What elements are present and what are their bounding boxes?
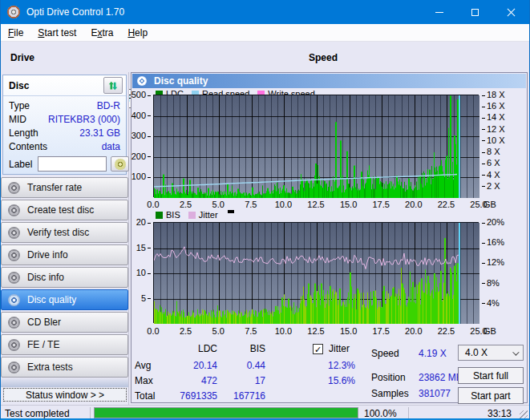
disc-type-label: Type (9, 100, 30, 111)
sidebar-item-disc-quality[interactable]: Disc quality (1, 289, 128, 310)
disc-mid-value: RITEKBR3 (000) (48, 114, 120, 125)
disc-icon (8, 294, 20, 306)
test-speed-select[interactable]: 4.0 X (458, 345, 524, 361)
statusbar: Test completed 100.0% 33:13 (1, 405, 529, 420)
axis-tick-label: 14 X (482, 112, 505, 122)
axis-tick-label: 4 X (482, 170, 500, 180)
axis-tick-label: 12.5 (307, 326, 324, 336)
app-window: Opti Drive Control 1.70 File Start test … (0, 0, 530, 420)
disc-refresh-button[interactable] (103, 77, 123, 94)
jitter-checkbox[interactable] (313, 344, 323, 354)
disc-length-value: 23.31 GB (79, 127, 120, 139)
sidebar-item-drive-info[interactable]: Drive info (1, 244, 128, 265)
statusbar-separator (408, 407, 409, 419)
chart1-right-axis: 18 X16 X14 X12 X10 X8 X6 X4 X2 X (482, 95, 527, 197)
total-bis-value: 167716 (225, 390, 265, 402)
sidebar-item-label: Verify test disc (27, 227, 89, 238)
axis-tick-label: 400 (131, 111, 151, 120)
close-button[interactable] (493, 0, 529, 24)
sidebar-item-label: Drive info (27, 249, 68, 260)
panel-header: Disc quality (132, 74, 526, 88)
sidebar-item-fe-te[interactable]: FE / TE (1, 334, 128, 355)
menu-file[interactable]: File (1, 25, 30, 41)
sidebar-item-verify-test-disc[interactable]: Verify test disc (1, 222, 128, 243)
axis-tick-label: 17.5 (372, 200, 389, 209)
sidebar-item-create-test-disc[interactable]: Create test disc (1, 200, 128, 220)
disc-icon (8, 249, 20, 261)
disc-label-button[interactable] (111, 156, 129, 172)
axis-tick-label: 18 X (482, 90, 505, 99)
avg-jitter-value: 12.3% (289, 360, 355, 371)
menubar: File Start test Extra Help (1, 24, 529, 42)
max-jitter-value: 15.6% (289, 375, 355, 386)
close-icon (507, 8, 516, 17)
disc-panel-header: Disc (3, 75, 126, 96)
disc-info-row: MID RITEKBR3 (000) (9, 114, 120, 127)
start-full-button[interactable]: Start full (458, 367, 524, 384)
samples-stat-value: 381077 (419, 388, 451, 399)
test-speed-value: 4.0 X (465, 347, 488, 358)
status-window-button[interactable]: Status window > > (3, 388, 127, 402)
chart1-left-axis: 500400300200100 (131, 95, 152, 197)
sidebar-item-disc-info[interactable]: Disc info (1, 267, 128, 288)
axis-tick-label: 200 (131, 151, 151, 161)
axis-tick-label: 2.5 (180, 326, 192, 336)
axis-tick-label: 5 (141, 293, 151, 303)
statusbar-separator (90, 407, 91, 419)
menu-extra[interactable]: Extra (83, 25, 120, 41)
axis-tick-label: 2.5 (180, 200, 192, 209)
maximize-button[interactable] (457, 0, 493, 24)
axis-tick-label: 0.0 (147, 200, 159, 209)
resize-grip[interactable] (520, 410, 528, 418)
disc-label-row: Label (9, 156, 123, 172)
legend-marker (228, 210, 234, 213)
minimize-icon (435, 12, 443, 13)
window-title: Opti Drive Control 1.70 (26, 6, 124, 18)
chart2-x-axis: 0.02.55.07.510.012.515.017.520.022.525.0 (153, 326, 479, 336)
chart2-plot (153, 222, 479, 323)
axis-tick-label: 0.0 (147, 326, 159, 336)
sidebar-item-label: Transfer rate (27, 182, 82, 193)
drive-label: Drive (10, 52, 34, 63)
axis-tick-label: 20% (482, 217, 504, 227)
chevron-down-icon (512, 349, 519, 355)
sidebar-item-label: Create test disc (27, 204, 94, 216)
menu-start-test[interactable]: Start test (30, 25, 83, 41)
samples-stat-label: Samples (371, 388, 409, 399)
sidebar-item-label: FE / TE (27, 339, 59, 350)
axis-tick-label: 20.0 (405, 326, 422, 336)
axis-tick-label: 300 (131, 131, 151, 140)
status-text: Test completed (5, 408, 70, 419)
speed-stat-label: Speed (371, 348, 399, 359)
disc-panel: Disc Type BD-R MID RITEKBR3 (000) Length… (2, 75, 127, 175)
max-ldc-value: 472 (161, 375, 217, 386)
disc-info-row: Length 23.31 GB (9, 127, 120, 140)
axis-tick-label: 16 X (482, 101, 505, 111)
disc-label-input[interactable] (38, 156, 107, 172)
sidebar-item-label: Extra tests (27, 361, 73, 373)
start-part-button[interactable]: Start part (458, 387, 524, 404)
sidebar-item-label: CD Bler (27, 317, 61, 328)
sidebar: Disc Type BD-R MID RITEKBR3 (000) Length… (1, 72, 129, 405)
axis-tick-label: 10 X (482, 135, 505, 145)
chart1-plot (153, 95, 479, 197)
axis-tick-label: 100 (131, 172, 151, 181)
sidebar-item-extra-tests[interactable]: Extra tests (1, 357, 128, 378)
minimize-button[interactable] (421, 0, 457, 24)
titlebar: Opti Drive Control 1.70 (1, 0, 529, 24)
axis-tick-label: 500 (131, 90, 151, 99)
disc-icon (8, 317, 20, 329)
window-controls (421, 0, 529, 24)
menu-help[interactable]: Help (120, 25, 155, 41)
axis-tick-label: 12% (482, 257, 504, 267)
speed-label: Speed (309, 52, 338, 63)
disc-icon (8, 272, 20, 284)
sidebar-item-transfer-rate[interactable]: Transfer rate (1, 177, 128, 198)
chart2-legend: BIS Jitter (156, 210, 234, 220)
disc-info-row: Type BD-R (9, 100, 120, 113)
chart1-canvas (154, 95, 479, 198)
sidebar-item-cd-bler[interactable]: CD Bler (1, 312, 128, 333)
axis-tick-label: 22.5 (438, 200, 455, 209)
axis-tick-label: 10 (136, 268, 151, 277)
axis-tick-label: 6 X (482, 158, 500, 168)
